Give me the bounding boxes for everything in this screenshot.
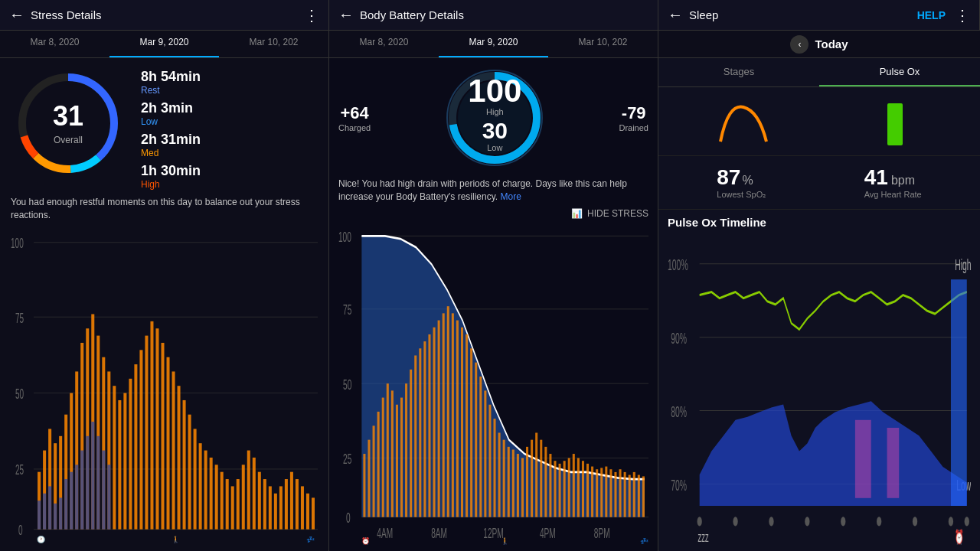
spo2-stat: 87 % Lowest SpO₂ [717,165,766,200]
svg-rect-124 [494,419,496,517]
battery-date-2[interactable]: Mar 10, 202 [548,31,658,57]
date-tabs-row: Mar 8, 2020 Mar 9, 2020 Mar 10, 202 Mar … [0,31,980,58]
svg-rect-108 [419,348,421,517]
svg-rect-77 [91,422,94,530]
svg-text:High: High [955,256,971,273]
svg-marker-173 [700,401,967,506]
svg-point-183 [913,517,917,526]
svg-rect-115 [452,313,454,517]
svg-rect-138 [559,463,561,517]
battery-low-label: Low [468,143,521,152]
stress-title: Stress Details [31,8,304,21]
svg-rect-140 [568,458,570,517]
battery-chart-area: 100 75 50 25 0 [338,222,648,545]
svg-text:0: 0 [346,510,351,526]
svg-rect-32 [129,378,132,529]
svg-rect-144 [586,463,589,517]
stress-description: You had enough restful moments on this d… [11,196,318,222]
stress-sleep-stats: 8h 54min Rest 2h 3min Low 2h 31min Med 1… [141,66,201,190]
svg-rect-98 [373,425,375,517]
svg-rect-47 [210,458,213,530]
svg-rect-58 [269,486,272,529]
sleep-more-icon[interactable]: ⋮ [955,6,970,24]
help-link[interactable]: HELP [917,9,946,21]
svg-rect-128 [512,449,514,517]
stress-date-1[interactable]: Mar 9, 2020 [109,31,219,57]
svg-rect-36 [150,321,153,529]
svg-rect-139 [564,461,566,517]
stress-chart-area: 100 75 50 25 0 [11,228,318,543]
svg-text:100: 100 [338,229,351,244]
svg-rect-151 [619,469,622,517]
svg-rect-118 [466,334,468,517]
stat-low-label: Low [141,116,201,127]
stress-date-2[interactable]: Mar 10, 202 [219,31,328,57]
svg-text:zzz: zzz [698,530,709,545]
battery-header: ← Body Battery Details [329,0,658,30]
battery-more-link[interactable]: More [501,191,521,202]
stress-x-labels: 🕐 🚶 💤 [34,536,318,543]
svg-rect-41 [178,386,181,529]
svg-rect-65 [306,493,309,529]
svg-rect-102 [391,390,394,517]
svg-rect-70 [54,504,57,530]
svg-rect-153 [629,474,631,517]
pulse-ox-title-area: Pulse Ox Timeline [658,210,980,233]
stress-date-0[interactable]: Mar 8, 2020 [0,31,109,57]
svg-rect-113 [443,313,445,517]
svg-rect-117 [461,327,463,517]
svg-text:75: 75 [343,302,351,318]
stat-low: 2h 3min Low [141,100,201,127]
sleep-header: ← Sleep HELP ⋮ [658,0,980,30]
heart-rate-unit: bpm [891,174,915,187]
charged-value: +64 [338,103,371,123]
stress-back-icon[interactable]: ← [9,6,24,24]
hide-stress-button[interactable]: 📊 HIDE STRESS [338,208,648,219]
drained-box: -79 Drained [619,103,648,132]
sleep-panel: Stages Pulse Ox [658,58,980,551]
heart-rate-value: 41 [864,165,888,190]
svg-rect-48 [215,465,218,529]
drained-label: Drained [619,123,648,132]
svg-rect-110 [428,334,430,517]
stress-clock-icon: 🕐 [37,536,45,543]
battery-clock-icon: ⏰ [361,537,370,545]
svg-point-179 [769,517,773,526]
battery-date-1[interactable]: Mar 9, 2020 [439,31,548,57]
stat-low-time: 2h 3min [141,100,201,116]
pulse-ox-title: Pulse Ox Timeline [668,216,766,229]
stress-zzz-icon: 💤 [306,536,315,543]
sleep-prev-btn[interactable]: ‹ [790,35,808,54]
battery-date-0[interactable]: Mar 8, 2020 [329,31,439,57]
today-label-container: ‹ Today [658,31,980,57]
svg-rect-176 [951,279,967,506]
battery-back-icon[interactable]: ← [338,6,354,24]
battery-gauge: 100 High 30 Low [441,64,548,171]
svg-rect-131 [526,446,528,517]
svg-text:25: 25 [343,451,351,466]
stat-med-time: 2h 31min [141,132,201,148]
svg-text:80%: 80% [671,403,687,420]
svg-rect-106 [410,369,412,517]
sleep-back-icon[interactable]: ← [668,6,683,24]
tab-pulse-ox[interactable]: Pulse Ox [819,58,980,86]
svg-rect-55 [253,458,256,530]
stress-more-icon[interactable]: ⋮ [304,6,319,24]
drained-value: -79 [619,103,648,123]
svg-rect-45 [199,443,202,529]
svg-rect-119 [470,348,472,517]
tab-stages[interactable]: Stages [658,58,819,86]
svg-rect-135 [544,446,547,517]
svg-point-177 [697,517,702,526]
vitals-row: 87 % Lowest SpO₂ 41 bpm Avg Heart Rate [658,156,980,210]
svg-point-182 [877,517,881,526]
svg-rect-96 [363,454,365,517]
svg-rect-154 [633,471,635,517]
stat-high: 1h 30min High [141,163,201,190]
stat-rest-label: Rest [141,85,201,96]
svg-text:75: 75 [15,309,24,325]
svg-rect-147 [600,468,603,517]
svg-rect-34 [139,350,142,529]
svg-rect-132 [531,439,533,517]
svg-rect-150 [614,471,616,517]
